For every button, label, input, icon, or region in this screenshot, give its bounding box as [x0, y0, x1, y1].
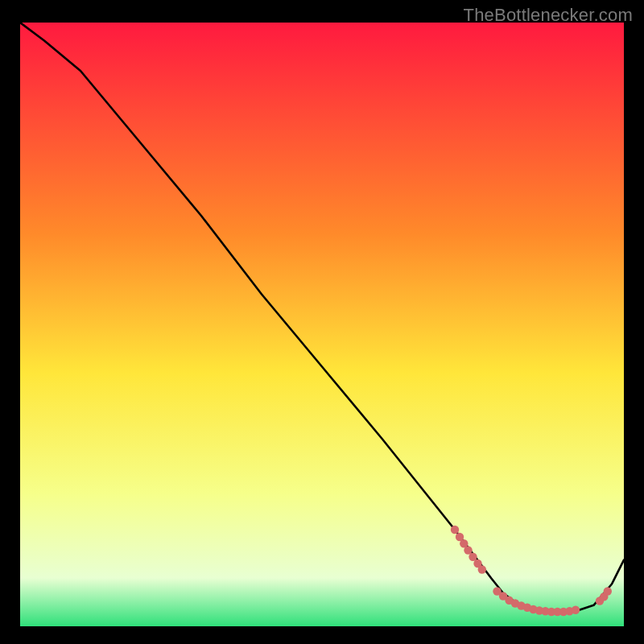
data-point — [464, 546, 472, 554]
data-point — [451, 526, 459, 534]
chart-svg — [20, 23, 624, 626]
gradient-background — [20, 23, 624, 626]
data-point — [478, 565, 486, 573]
data-point — [604, 587, 612, 595]
chart-plot-area — [20, 23, 624, 626]
chart-frame: TheBottlenecker.com — [0, 0, 644, 644]
data-point — [572, 606, 580, 614]
